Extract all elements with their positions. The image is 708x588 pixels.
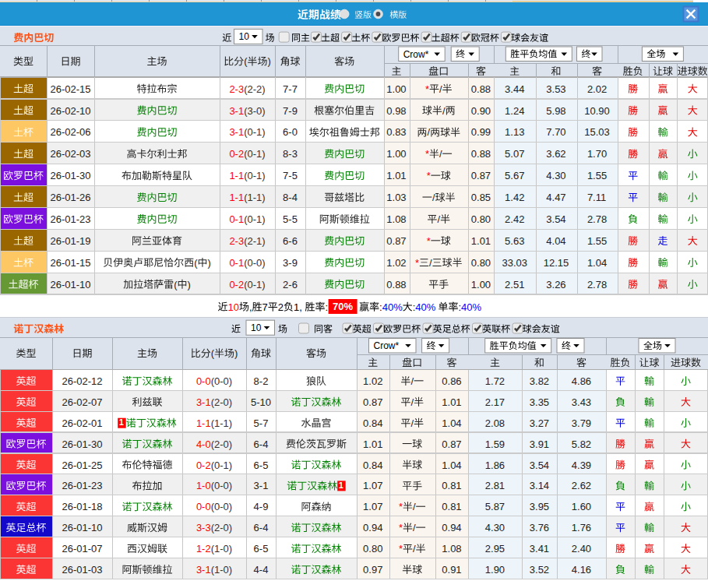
svg-text:26-01-18: 26-01-18 (62, 501, 103, 512)
svg-text:1.04: 1.04 (442, 417, 461, 429)
svg-text:0-2: 0-2 (196, 459, 211, 471)
svg-text:0.87: 0.87 (471, 170, 491, 181)
svg-text:Crow*: Crow* (374, 340, 400, 351)
svg-text:1.00: 1.00 (471, 279, 491, 290)
svg-text:4.16: 4.16 (572, 564, 591, 576)
svg-text:7-5: 7-5 (283, 170, 298, 181)
svg-text:26-01-10: 26-01-10 (62, 522, 103, 533)
svg-text:6-6: 6-6 (283, 235, 298, 247)
svg-text:3-1: 3-1 (229, 105, 244, 117)
svg-text:1.55: 1.55 (587, 170, 607, 181)
svg-text:0-1: 0-1 (229, 257, 244, 269)
svg-text:7.70: 7.70 (546, 126, 565, 138)
svg-text:0-0: 0-0 (196, 501, 211, 512)
svg-text:26-01-07: 26-01-07 (62, 543, 103, 555)
svg-text:1.01: 1.01 (363, 438, 382, 450)
svg-text:4.47: 4.47 (546, 192, 565, 203)
svg-text:5.98: 5.98 (546, 105, 565, 117)
svg-text:0.94: 0.94 (442, 522, 461, 533)
svg-text:2.95: 2.95 (485, 543, 505, 555)
svg-text:*: * (399, 522, 403, 533)
svg-text:(1-1): (1-1) (211, 417, 232, 429)
svg-text:0.80: 0.80 (471, 257, 491, 269)
svg-text:1.00: 1.00 (386, 148, 406, 160)
svg-text:26-02-03: 26-02-03 (51, 148, 91, 160)
svg-text:26-01-23: 26-01-23 (51, 213, 91, 225)
svg-text:1.01: 1.01 (471, 235, 491, 247)
svg-text:1.90: 1.90 (485, 564, 505, 576)
svg-text:1.60: 1.60 (572, 501, 591, 512)
svg-text:(1-0): (1-0) (211, 564, 232, 576)
svg-text:(0-1): (0-1) (244, 148, 265, 160)
svg-text:0.98: 0.98 (386, 105, 406, 117)
svg-text:40%: 40% (382, 301, 403, 313)
svg-text:5.82: 5.82 (572, 438, 591, 450)
svg-text:33.03: 33.03 (502, 257, 528, 269)
svg-text:5.87: 5.87 (485, 501, 505, 512)
svg-text:/: / (437, 213, 440, 225)
svg-text:): ) (234, 347, 238, 359)
svg-text:40%: 40% (461, 301, 481, 313)
svg-text:1.04: 1.04 (442, 459, 461, 471)
svg-text:4.30: 4.30 (546, 170, 565, 181)
svg-text:3-1: 3-1 (229, 126, 244, 138)
svg-text:4.86: 4.86 (572, 375, 591, 387)
svg-text:3.41: 3.41 (530, 543, 549, 555)
svg-text:1.00: 1.00 (386, 83, 406, 95)
svg-text:0.88: 0.88 (386, 279, 406, 290)
svg-text:1.59: 1.59 (485, 438, 505, 450)
svg-text:(2-1): (2-1) (244, 235, 265, 247)
svg-text:1.01: 1.01 (442, 396, 461, 408)
svg-text:3.43: 3.43 (572, 396, 591, 408)
svg-text:*: * (425, 148, 429, 160)
svg-text:0.97: 0.97 (363, 564, 382, 576)
svg-text:1.13: 1.13 (505, 126, 524, 138)
svg-text:26-02-15: 26-02-15 (51, 83, 91, 95)
svg-text:(: ( (194, 257, 198, 269)
svg-text:0.94: 0.94 (363, 522, 382, 533)
svg-text:0.84: 0.84 (363, 417, 382, 429)
svg-text:(0-0): (0-0) (211, 501, 232, 512)
svg-text:3.52: 3.52 (530, 564, 549, 576)
svg-text:(3-0): (3-0) (244, 105, 265, 117)
svg-text:2.08: 2.08 (485, 417, 505, 429)
svg-text:5-7: 5-7 (254, 417, 269, 429)
svg-text:1.07: 1.07 (363, 501, 382, 512)
svg-text:5.67: 5.67 (505, 170, 524, 181)
svg-text:): ) (268, 55, 271, 67)
svg-text:1.86: 1.86 (485, 459, 505, 471)
svg-text:5-5: 5-5 (283, 213, 298, 225)
svg-text:3-1: 3-1 (254, 480, 269, 491)
svg-text:(0-0): (0-0) (211, 480, 232, 491)
svg-text:(1-0): (1-0) (211, 543, 232, 555)
svg-text:(: ( (244, 55, 248, 67)
svg-text:10: 10 (239, 31, 250, 42)
svg-text:26-02-10: 26-02-10 (51, 105, 91, 117)
svg-text:(0-1): (0-1) (244, 126, 265, 138)
svg-text:*: * (399, 543, 403, 555)
svg-text:1.70: 1.70 (587, 148, 607, 160)
svg-text:4.39: 4.39 (572, 459, 591, 471)
svg-text:4-4: 4-4 (254, 564, 269, 576)
svg-text:0.80: 0.80 (471, 213, 491, 225)
svg-text:3.27: 3.27 (530, 417, 549, 429)
svg-text:0.91: 0.91 (442, 564, 461, 576)
svg-text:7: 7 (262, 301, 268, 313)
svg-text:0.88: 0.88 (471, 148, 491, 160)
svg-text:(0-1): (0-1) (211, 459, 232, 471)
svg-text:(2-2): (2-2) (244, 83, 265, 95)
svg-text:/: / (410, 375, 414, 387)
svg-text:3.26: 3.26 (546, 279, 565, 290)
svg-text:3-3: 3-3 (196, 522, 211, 533)
svg-text:3.91: 3.91 (530, 438, 549, 450)
svg-text:8-3: 8-3 (283, 148, 298, 160)
svg-text:0.87: 0.87 (386, 235, 406, 247)
svg-text:0-2: 0-2 (229, 279, 244, 290)
svg-text:1.08: 1.08 (386, 213, 406, 225)
svg-text:7-9: 7-9 (283, 105, 298, 117)
svg-text:3-9: 3-9 (283, 257, 298, 269)
svg-text:2.78: 2.78 (587, 279, 607, 290)
svg-text:1-0: 1-0 (196, 480, 211, 491)
svg-text:3.14: 3.14 (530, 480, 549, 491)
svg-text:1-2: 1-2 (196, 543, 211, 555)
